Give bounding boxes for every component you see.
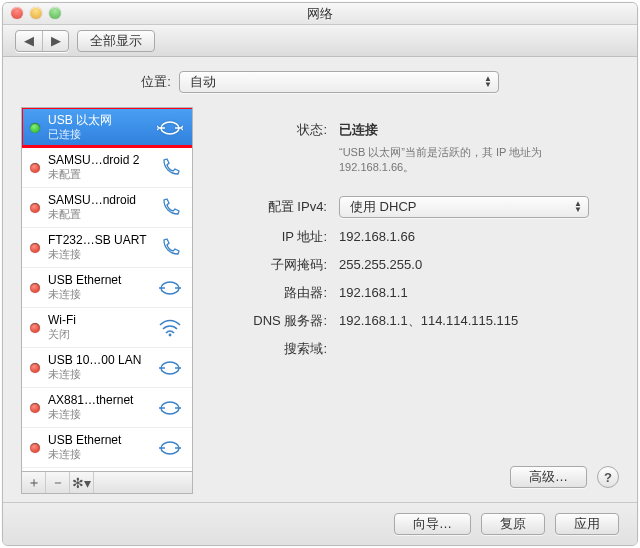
back-button[interactable]: ◀ bbox=[16, 31, 42, 51]
service-item[interactable]: USB Ethernet 未连接 bbox=[22, 428, 192, 468]
add-button[interactable]: ＋ bbox=[22, 472, 46, 493]
phone-icon bbox=[156, 234, 184, 262]
help-button[interactable]: ? bbox=[597, 466, 619, 488]
dns-value: 192.168.1.1、114.114.115.115 bbox=[339, 312, 518, 330]
gear-button[interactable]: ✻▾ bbox=[70, 472, 94, 493]
status-dot-icon bbox=[30, 163, 40, 173]
sidebar: USB 以太网 已连接 SAMSU…droid 2 未配置 bbox=[21, 107, 193, 494]
phone-icon bbox=[156, 194, 184, 222]
service-item[interactable]: FT232…SB UART 未连接 bbox=[22, 228, 192, 268]
service-status: 未连接 bbox=[48, 248, 148, 262]
minimize-icon[interactable] bbox=[30, 7, 42, 19]
titlebar: 网络 bbox=[3, 3, 637, 25]
phone-icon bbox=[156, 154, 184, 182]
router-value: 192.168.1.1 bbox=[339, 285, 408, 300]
advanced-row: 高级… ? bbox=[510, 466, 619, 488]
status-label: 状态: bbox=[207, 121, 327, 139]
service-status: 未连接 bbox=[48, 368, 148, 382]
ip-label: IP 地址: bbox=[207, 228, 327, 246]
status-dot-icon bbox=[30, 283, 40, 293]
status-dot-icon bbox=[30, 243, 40, 253]
ip-value: 192.168.1.66 bbox=[339, 229, 415, 244]
nav-buttons: ◀ ▶ bbox=[15, 30, 69, 52]
details-pane: 状态: 已连接 “USB 以太网”当前是活跃的，其 IP 地址为 192.168… bbox=[207, 107, 619, 494]
service-name: USB Ethernet bbox=[48, 433, 148, 448]
service-item[interactable]: SAMSU…droid 2 未配置 bbox=[22, 148, 192, 188]
mask-label: 子网掩码: bbox=[207, 256, 327, 274]
ethernet-icon bbox=[156, 274, 184, 302]
service-item[interactable]: USB Ethernet 未连接 bbox=[22, 268, 192, 308]
main-area: USB 以太网 已连接 SAMSU…droid 2 未配置 bbox=[3, 107, 637, 502]
ethernet-icon bbox=[156, 354, 184, 382]
toolbar: ◀ ▶ 全部显示 bbox=[3, 25, 637, 57]
remove-button[interactable]: － bbox=[46, 472, 70, 493]
ethernet-icon bbox=[156, 434, 184, 462]
content: 位置: 自动 ▲▼ USB 以太网 已连接 bbox=[3, 57, 637, 545]
service-name: SAMSU…droid 2 bbox=[48, 153, 148, 168]
service-name: USB 10…00 LAN bbox=[48, 353, 148, 368]
window: 网络 ◀ ▶ 全部显示 位置: 自动 ▲▼ USB 以太网 bbox=[2, 2, 638, 546]
service-status: 未连接 bbox=[48, 448, 148, 462]
highlight-box bbox=[21, 107, 193, 148]
service-status: 未配置 bbox=[48, 208, 148, 222]
service-item[interactable]: AX881…thernet 未连接 bbox=[22, 388, 192, 428]
status-value: 已连接 bbox=[339, 122, 378, 137]
service-item[interactable]: USB 10…00 LAN 未连接 bbox=[22, 348, 192, 388]
show-all-button[interactable]: 全部显示 bbox=[77, 30, 155, 52]
status-dot-icon bbox=[30, 443, 40, 453]
service-status: 未连接 bbox=[48, 288, 148, 302]
service-status: 关闭 bbox=[48, 328, 148, 342]
chevron-updown-icon: ▲▼ bbox=[484, 76, 492, 88]
service-list: USB 以太网 已连接 SAMSU…droid 2 未配置 bbox=[21, 107, 193, 472]
svg-point-2 bbox=[169, 333, 172, 336]
list-action-bar: ＋ － ✻▾ bbox=[21, 472, 193, 494]
search-label: 搜索域: bbox=[207, 340, 327, 358]
window-title: 网络 bbox=[307, 5, 333, 23]
advanced-button[interactable]: 高级… bbox=[510, 466, 587, 488]
service-item[interactable]: Wi-Fi 关闭 bbox=[22, 308, 192, 348]
close-icon[interactable] bbox=[11, 7, 23, 19]
location-popup[interactable]: 自动 ▲▼ bbox=[179, 71, 499, 93]
status-dot-icon bbox=[30, 203, 40, 213]
ethernet-icon bbox=[156, 394, 184, 422]
dns-label: DNS 服务器: bbox=[207, 312, 327, 330]
service-name: SAMSU…ndroid bbox=[48, 193, 148, 208]
location-label: 位置: bbox=[141, 73, 171, 91]
traffic-lights bbox=[11, 7, 61, 19]
forward-button[interactable]: ▶ bbox=[42, 31, 68, 51]
config-label: 配置 IPv4: bbox=[207, 198, 327, 216]
service-name: Wi-Fi bbox=[48, 313, 148, 328]
config-value: 使用 DHCP bbox=[350, 198, 416, 216]
config-popup[interactable]: 使用 DHCP ▲▼ bbox=[339, 196, 589, 218]
chevron-updown-icon: ▲▼ bbox=[574, 201, 582, 213]
revert-button[interactable]: 复原 bbox=[481, 513, 545, 535]
status-dot-icon bbox=[30, 323, 40, 333]
location-value: 自动 bbox=[190, 73, 216, 91]
service-name: USB Ethernet bbox=[48, 273, 148, 288]
service-item[interactable]: SAMSU…ndroid 未配置 bbox=[22, 188, 192, 228]
service-name: AX881…thernet bbox=[48, 393, 148, 408]
location-row: 位置: 自动 ▲▼ bbox=[3, 71, 637, 107]
zoom-icon[interactable] bbox=[49, 7, 61, 19]
status-desc: “USB 以太网”当前是活跃的，其 IP 地址为 192.168.1.66。 bbox=[339, 145, 559, 176]
apply-button[interactable]: 应用 bbox=[555, 513, 619, 535]
wifi-icon bbox=[156, 314, 184, 342]
status-dot-icon bbox=[30, 363, 40, 373]
service-status: 未配置 bbox=[48, 168, 148, 182]
service-name: FT232…SB UART bbox=[48, 233, 148, 248]
status-dot-icon bbox=[30, 403, 40, 413]
status-block: 状态: 已连接 “USB 以太网”当前是活跃的，其 IP 地址为 192.168… bbox=[207, 121, 619, 176]
footer: 向导… 复原 应用 bbox=[3, 502, 637, 545]
assist-button[interactable]: 向导… bbox=[394, 513, 471, 535]
router-label: 路由器: bbox=[207, 284, 327, 302]
service-status: 未连接 bbox=[48, 408, 148, 422]
mask-value: 255.255.255.0 bbox=[339, 257, 422, 272]
gear-icon: ✻▾ bbox=[72, 475, 91, 491]
